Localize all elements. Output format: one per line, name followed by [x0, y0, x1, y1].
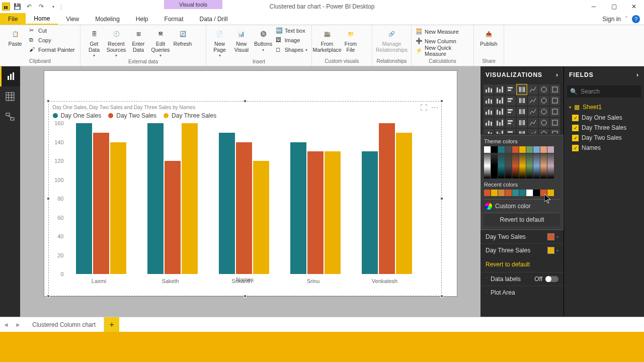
- recent-color-swatch[interactable]: [533, 190, 540, 196]
- viz-type-icon[interactable]: [484, 129, 494, 134]
- report-canvas-area[interactable]: ⛶ ⋯ Day One Sales, Day Two Sales and Day…: [20, 66, 480, 317]
- viz-type-icon[interactable]: [484, 107, 494, 117]
- add-page-button[interactable]: +: [104, 317, 119, 332]
- viz-type-icon[interactable]: [495, 118, 505, 128]
- tab-modeling[interactable]: Modeling: [87, 13, 128, 25]
- field-item[interactable]: ✓Day Two Sales: [564, 133, 644, 143]
- page-prev[interactable]: ◄: [0, 317, 12, 332]
- cut-button[interactable]: ✂Cut: [28, 26, 76, 35]
- recent-color-swatch[interactable]: [519, 190, 526, 196]
- field-item[interactable]: ✓Names: [564, 143, 644, 153]
- viz-type-icon[interactable]: [506, 118, 516, 128]
- custom-color-button[interactable]: Custom color: [484, 199, 560, 213]
- buttons-button[interactable]: 🔘Buttons▾: [253, 26, 273, 52]
- recent-color-swatch[interactable]: [540, 190, 547, 196]
- page-tab[interactable]: Clustered Column chart: [24, 317, 104, 332]
- bar[interactable]: [253, 161, 269, 274]
- tab-file[interactable]: File: [0, 13, 26, 25]
- collapse-fields-icon[interactable]: ›: [636, 71, 639, 78]
- viz-type-icon[interactable]: [539, 118, 549, 128]
- redo-button[interactable]: ↷: [36, 2, 46, 12]
- color-swatch[interactable]: [505, 146, 512, 153]
- revert-link[interactable]: Revert to default: [480, 257, 564, 272]
- collapse-viz-icon[interactable]: ›: [556, 71, 558, 78]
- color-shade-column[interactable]: [512, 153, 519, 178]
- color-swatch[interactable]: [533, 146, 540, 153]
- save-button[interactable]: 💾: [12, 2, 22, 12]
- close-button[interactable]: ✕: [624, 0, 644, 13]
- chart-visual[interactable]: ⛶ ⋯ Day One Sales, Day Two Sales and Day…: [48, 101, 442, 296]
- viz-type-icon[interactable]: [517, 118, 527, 128]
- color-shade-column[interactable]: [547, 153, 554, 178]
- tab-view[interactable]: View: [58, 13, 87, 25]
- data-view-button[interactable]: [0, 86, 20, 107]
- recent-color-swatch[interactable]: [547, 190, 554, 196]
- new-quick-measure-button[interactable]: ⚡New Quick Measure: [415, 46, 470, 55]
- sign-in-link[interactable]: Sign in: [602, 16, 621, 23]
- undo-button[interactable]: ↶: [24, 2, 34, 12]
- tab-data-drill[interactable]: Data / Drill: [192, 13, 236, 25]
- table-header[interactable]: ▾▦Sheet1: [564, 102, 644, 113]
- color-shade-column[interactable]: [533, 153, 540, 178]
- revert-default-button[interactable]: Revert to default: [484, 213, 560, 226]
- viz-type-icon[interactable]: [506, 84, 516, 95]
- recent-color-swatch[interactable]: [498, 190, 505, 196]
- color-shade-column[interactable]: [505, 153, 512, 178]
- viz-type-icon[interactable]: [495, 84, 505, 95]
- field-item[interactable]: ✓Day One Sales: [564, 113, 644, 123]
- recent-color-swatch[interactable]: [484, 190, 491, 196]
- series-color-row-2[interactable]: Day Two Sales ▾: [480, 230, 564, 243]
- new-visual-button[interactable]: 📊New Visual: [231, 26, 252, 53]
- recent-color-swatch[interactable]: [491, 190, 498, 196]
- viz-type-icon[interactable]: [528, 96, 538, 106]
- viz-type-icon[interactable]: [528, 84, 538, 95]
- color-swatch[interactable]: [547, 146, 554, 153]
- enter-data-button[interactable]: ⊞Enter Data: [128, 26, 149, 53]
- minimize-button[interactable]: ─: [584, 0, 604, 13]
- bar[interactable]: [236, 142, 252, 275]
- viz-type-icon[interactable]: [495, 96, 505, 106]
- color-swatch[interactable]: [540, 146, 547, 153]
- copy-button[interactable]: ⧉Copy: [28, 36, 76, 45]
- color-shade-column[interactable]: [484, 153, 491, 178]
- bar[interactable]: [325, 151, 341, 274]
- format-painter-button[interactable]: 🖌Format Painter: [28, 45, 76, 54]
- color-swatch[interactable]: [519, 146, 526, 153]
- viz-type-icon[interactable]: [517, 107, 527, 117]
- viz-type-icon[interactable]: [550, 96, 560, 106]
- report-page[interactable]: ⛶ ⋯ Day One Sales, Day Two Sales and Day…: [44, 70, 457, 297]
- viz-type-icon[interactable]: [495, 107, 505, 117]
- color-swatch[interactable]: [491, 146, 498, 153]
- bar[interactable]: [110, 142, 126, 275]
- viz-type-icon[interactable]: [517, 129, 527, 134]
- publish-button[interactable]: 📤Publish: [477, 26, 501, 47]
- viz-type-icon[interactable]: [539, 107, 549, 117]
- bar[interactable]: [182, 123, 198, 274]
- new-page-button[interactable]: 📄New Page▾: [209, 26, 230, 58]
- tab-home[interactable]: Home: [26, 13, 58, 25]
- edit-queries-button[interactable]: 🛠Edit Queries▾: [150, 26, 171, 58]
- bar[interactable]: [76, 123, 92, 274]
- color-swatch[interactable]: [512, 146, 519, 153]
- viz-type-icon[interactable]: [484, 96, 494, 106]
- viz-type-icon[interactable]: [550, 129, 560, 134]
- from-marketplace-button[interactable]: 🏬From Marketplace: [315, 26, 339, 53]
- recent-color-swatch[interactable]: [512, 190, 519, 196]
- plot-area-row[interactable]: ˅Plot Area: [480, 286, 564, 299]
- checkbox-icon[interactable]: ✓: [572, 115, 579, 121]
- data-labels-toggle[interactable]: [545, 276, 558, 282]
- model-view-button[interactable]: [0, 107, 20, 127]
- report-view-button[interactable]: [0, 66, 20, 86]
- viz-type-icon[interactable]: [539, 96, 549, 106]
- from-file-button[interactable]: 📁From File: [340, 26, 361, 53]
- bar[interactable]: [147, 123, 164, 274]
- viz-type-icon[interactable]: [528, 118, 538, 128]
- color-swatch[interactable]: [498, 146, 505, 153]
- bar[interactable]: [379, 123, 395, 274]
- checkbox-icon[interactable]: ✓: [572, 135, 579, 141]
- checkbox-icon[interactable]: ✓: [572, 145, 579, 151]
- focus-mode-icon[interactable]: ⛶: [420, 104, 427, 112]
- fields-search[interactable]: 🔍Search: [567, 85, 641, 98]
- more-options-icon[interactable]: ⋯: [431, 104, 438, 112]
- shapes-button[interactable]: ◻Shapes▾: [275, 45, 308, 54]
